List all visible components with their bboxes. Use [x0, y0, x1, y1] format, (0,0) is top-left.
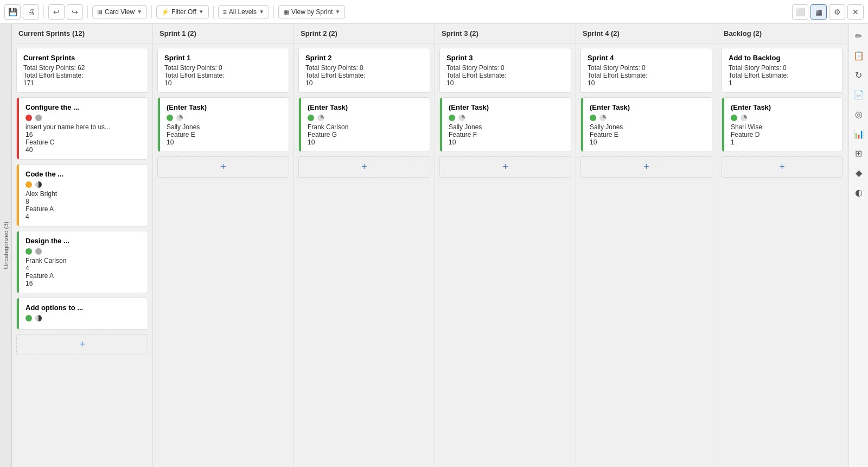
summary-title: Sprint 1 — [164, 54, 282, 62]
add-task-button-sprint-3[interactable]: + — [439, 156, 571, 178]
task-effort: 1 — [729, 138, 835, 146]
all-levels-button[interactable]: ≡ All Levels ▼ — [218, 5, 269, 18]
card-view-label: Card View — [105, 8, 135, 16]
task-assignee: Sally Jones — [164, 123, 282, 131]
task-number: 4 — [23, 264, 141, 272]
summary-effort-label: Total Effort Estimate: — [305, 72, 423, 79]
task-feature: Feature E — [588, 131, 705, 138]
task-card-current-sprints-0[interactable]: Configure the ...insert your name here t… — [16, 97, 148, 160]
card-view-button[interactable]: ⊞ Card View ▼ — [92, 5, 147, 18]
sidebar-icon-diamond[interactable]: ◆ — [851, 165, 866, 180]
task-indicators — [729, 115, 835, 121]
sidebar-icon-clipboard[interactable]: 📋 — [851, 48, 866, 63]
all-levels-label: All Levels — [229, 8, 257, 16]
status-indicator-secondary — [35, 181, 42, 188]
column-header-sprint-4: Sprint 4 (2) — [576, 24, 717, 43]
card-view-arrow: ▼ — [137, 9, 142, 15]
minimize-button[interactable]: ⬜ — [792, 4, 808, 20]
sidebar-icon-half[interactable]: ◐ — [851, 185, 866, 200]
sprint-view-arrow: ▼ — [335, 9, 341, 15]
status-indicator-primary — [25, 115, 32, 121]
right-sidebar: ✏ 📋 ↻ 📄 ◎ 📊 ⊞ ◆ ◐ — [848, 24, 868, 467]
sidebar-icon-grid[interactable]: ⊞ — [851, 146, 866, 161]
summary-effort-value: 171 — [23, 79, 141, 87]
task-feature: Feature F — [446, 131, 564, 138]
task-indicators — [23, 315, 141, 321]
print-button[interactable]: 🖨 — [23, 4, 39, 20]
task-number: 16 — [23, 131, 141, 138]
task-card-current-sprints-3[interactable]: Add options to ... — [16, 298, 148, 330]
undo-button[interactable]: ↩ — [48, 4, 65, 20]
summary-effort-label: Total Effort Estimate: — [446, 72, 564, 79]
add-task-button-sprint-4[interactable]: + — [580, 156, 712, 178]
task-card-sprint-1-0[interactable]: (Enter Task)Sally JonesFeature E10 — [157, 97, 289, 152]
task-number: 8 — [23, 198, 141, 205]
view-by-sprint-button[interactable]: ▦ View by Sprint ▼ — [278, 5, 345, 18]
task-effort: 40 — [23, 146, 141, 154]
status-indicator-primary — [167, 115, 173, 121]
task-card-current-sprints-2[interactable]: Design the ...Frank Carlson4Feature A16 — [16, 231, 148, 293]
summary-card-sprint-4: Sprint 4 Total Story Points: 0 Total Eff… — [580, 48, 712, 93]
column-title-sprint-4: Sprint 4 (2) — [583, 29, 710, 37]
summary-story-points: Total Story Points: 0 — [164, 64, 282, 72]
task-feature: Feature G — [305, 131, 423, 138]
task-card-sprint-4-0[interactable]: (Enter Task)Sally JonesFeature E10 — [580, 97, 712, 152]
grid-view-button[interactable]: ▦ — [810, 4, 827, 20]
summary-title: Sprint 3 — [446, 54, 564, 62]
status-indicator-primary — [25, 181, 32, 188]
add-task-button-sprint-1[interactable]: + — [157, 156, 289, 178]
sidebar-icon-refresh[interactable]: ↻ — [851, 67, 866, 83]
task-effort: 10 — [305, 138, 423, 146]
task-title: (Enter Task) — [588, 103, 705, 111]
status-indicator-secondary — [458, 115, 465, 121]
add-task-button-backlog[interactable]: + — [722, 156, 843, 178]
toolbar-divider-2 — [87, 5, 88, 18]
summary-story-points: Total Story Points: 0 — [588, 64, 705, 72]
redo-button[interactable]: ↪ — [67, 4, 83, 20]
add-task-button-current-sprints[interactable]: + — [16, 334, 148, 355]
status-indicator-secondary — [176, 115, 183, 121]
task-feature: Feature E — [164, 131, 282, 138]
add-task-button-sprint-2[interactable]: + — [298, 156, 430, 178]
summary-title: Add to Backlog — [729, 54, 835, 62]
board: Current Sprints (12) Current Sprints Tot… — [12, 24, 848, 467]
task-title: Configure the ... — [23, 103, 141, 111]
summary-title: Sprint 4 — [588, 54, 705, 62]
sidebar-icon-doc[interactable]: 📄 — [851, 87, 866, 102]
filter-off-button[interactable]: ⚡ Filter Off ▼ — [156, 5, 209, 18]
save-button[interactable]: 💾 — [4, 4, 21, 20]
task-card-backlog-0[interactable]: (Enter Task)Shari WiseFeature D1 — [722, 97, 843, 152]
status-indicator-secondary — [35, 315, 42, 321]
task-assignee: Sally Jones — [446, 123, 564, 131]
task-assignee: Frank Carlson — [23, 257, 141, 264]
summary-effort-value: 1 — [729, 79, 835, 87]
sidebar-icon-edit[interactable]: ✏ — [851, 28, 866, 43]
task-assignee: Sally Jones — [588, 123, 705, 131]
task-assignee: Frank Carlson — [305, 123, 423, 131]
sidebar-icon-chart[interactable]: 📊 — [851, 126, 866, 141]
column-title-current-sprints: Current Sprints (12) — [18, 29, 146, 37]
task-indicators — [23, 181, 141, 188]
summary-story-points: Total Story Points: 0 — [305, 64, 423, 72]
toolbar-divider-1 — [43, 5, 44, 18]
toolbar-divider-5 — [273, 5, 274, 18]
column-cards-sprint-2: Sprint 2 Total Story Points: 0 Total Eff… — [294, 43, 435, 467]
settings-button[interactable]: ⚙ — [829, 4, 845, 20]
status-indicator-secondary — [317, 115, 324, 121]
summary-card-sprint-2: Sprint 2 Total Story Points: 0 Total Eff… — [298, 48, 430, 93]
filter-off-label: Filter Off — [171, 8, 196, 16]
status-indicator-primary — [308, 115, 314, 121]
task-title: (Enter Task) — [729, 103, 835, 111]
task-card-current-sprints-1[interactable]: Code the ...Alex Bright8Feature A4 — [16, 164, 148, 226]
task-assignee: Shari Wise — [729, 123, 835, 131]
summary-title: Current Sprints — [23, 54, 141, 62]
card-view-icon: ⊞ — [97, 8, 103, 16]
side-label: Uncategorized (3) — [0, 24, 12, 467]
task-card-sprint-2-0[interactable]: (Enter Task)Frank CarlsonFeature G10 — [298, 97, 430, 152]
close-button[interactable]: ✕ — [847, 4, 864, 20]
task-assignee: insert your name here to us... — [23, 123, 141, 131]
sidebar-icon-globe[interactable]: ◎ — [851, 106, 866, 122]
task-card-sprint-3-0[interactable]: (Enter Task)Sally JonesFeature F10 — [439, 97, 571, 152]
summary-effort-label: Total Effort Estimate: — [588, 72, 705, 79]
task-indicators — [305, 115, 423, 121]
